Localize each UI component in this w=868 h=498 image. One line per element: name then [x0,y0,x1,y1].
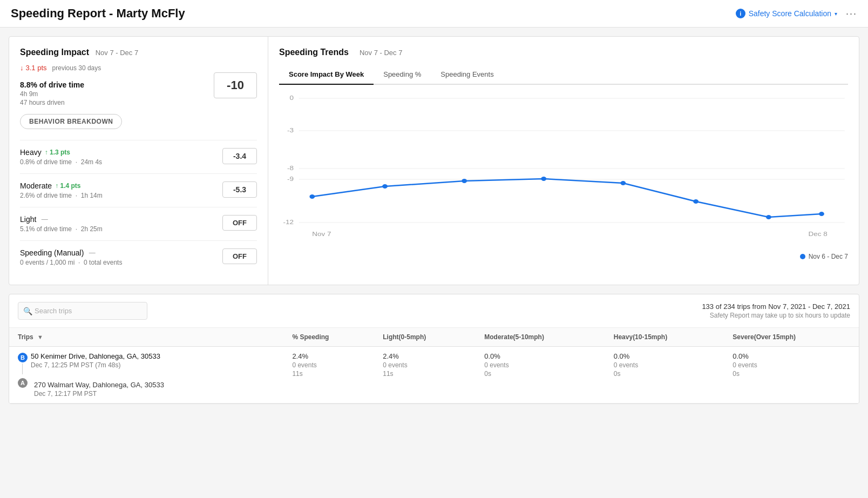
origin-dot: B [18,353,28,362]
severe-time: 0s [733,370,850,378]
safety-score-link[interactable]: i Safety Score Calculation ▾ [736,9,837,18]
legend-dot [800,254,805,259]
svg-point-18 [766,215,771,219]
search-input[interactable] [18,302,147,320]
svg-point-13 [382,184,388,189]
trend-line [312,179,822,217]
moderate-sub: 2.6% of drive time · 1h 14m [20,192,222,199]
col-heavy: Heavy(10-15mph) [605,328,724,347]
waypoint-connector [22,364,23,374]
more-options-button[interactable]: ··· [846,8,857,19]
prev-period-label: previous 30 days [52,64,101,72]
light-score-box: OFF [222,215,257,231]
trip-dest-time: Dec 7, 12:17 PM PST [34,390,164,398]
waypoint-dest: A 270 Walmart Way, Dahlonega, GA, 30533 … [18,378,275,398]
origin-info: 50 Kenimer Drive, Dahlonega, GA, 30533 D… [31,352,160,369]
heavy-score-box: -3.4 [222,148,257,164]
breakdown-item-light-left: Light — 5.1% of drive time · 2h 25m [20,215,222,233]
pct-speeding-cell: 2.4% 0 events 11s [283,347,374,403]
panel-date: Nov 7 - Dec 7 [96,49,138,57]
breakdown-light-name: Light — [20,215,222,224]
svg-point-16 [620,181,626,185]
big-score-box: -10 [214,72,257,98]
breakdown-item-heavy: Heavy ↑ 1.3 pts 0.8% of drive time · 24m… [20,140,257,173]
moderate-cell: 0.0% 0 events 0s [476,347,605,403]
heavy-events: 0 events [614,361,716,369]
severe-val: 0.0% [733,352,850,360]
table-row: B 50 Kenimer Drive, Dahlonega, GA, 30533… [9,347,859,403]
speeding-trends-panel: Speeding Trends Nov 7 - Dec 7 Score Impa… [268,37,859,285]
svg-point-17 [693,199,699,204]
score-change-block: ↓ 3.1 pts previous 30 days 8.8% of drive… [20,64,101,106]
table-header-row: Trips ▼ % Speeding Light(0-5mph) Moderat… [9,328,859,347]
score-change-value: 3.1 pts [26,64,47,72]
dest-dot: A [18,378,28,388]
arrow-down-icon: ↓ [20,64,24,72]
svg-text:-9: -9 [287,176,294,183]
breakdown-item-manual-left: Speeding (Manual) — 0 events / 1,000 mi … [20,248,222,266]
drive-time-pct: 8.8% of drive time [20,80,101,89]
hours-driven: 47 hours driven [20,99,101,106]
moderate-events: 0 events [484,361,596,369]
svg-point-12 [309,194,315,199]
waypoint-origin: B 50 Kenimer Drive, Dahlonega, GA, 30533… [18,352,275,375]
chart-legend: Nov 6 - Dec 7 [279,253,848,260]
drive-time-detail: 4h 9m [20,90,101,98]
sort-icon: ▼ [37,334,43,340]
main-panels: Speeding Impact Nov 7 - Dec 7 ↓ 3.1 pts … [9,36,859,285]
breakdown-item-heavy-left: Heavy ↑ 1.3 pts 0.8% of drive time · 24m… [20,148,222,166]
trip-cell: B 50 Kenimer Drive, Dahlonega, GA, 30533… [9,347,283,403]
light-val: 2.4% [383,352,467,360]
svg-text:-3: -3 [287,127,294,134]
trip-origin-time: Dec 7, 12:25 PM PST (7m 48s) [31,361,160,369]
line-chart: 0 -3 -8 -9 -12 Nov 7 Dec 8 [279,90,848,247]
breakdown-item-moderate: Moderate ↑ 1.4 pts 2.6% of drive time · … [20,173,257,207]
trips-table: Trips ▼ % Speeding Light(0-5mph) Moderat… [9,328,859,403]
chart-tabs: Score Impact By Week Speeding % Speeding… [279,65,848,85]
trips-section: 🔍 133 of 234 trips from Nov 7, 2021 - De… [9,294,859,404]
legend-label: Nov 6 - Dec 7 [809,253,848,260]
pct-speeding-events: 0 events [292,361,365,369]
right-panel-title: Speeding Trends [279,48,349,57]
search-input-wrap: 🔍 [18,302,147,320]
manual-pts: — [87,249,95,257]
tab-score-impact[interactable]: Score Impact By Week [279,65,374,85]
speeding-impact-panel: Speeding Impact Nov 7 - Dec 7 ↓ 3.1 pts … [9,37,268,285]
col-trips[interactable]: Trips ▼ [9,328,283,347]
breakdown-section: Heavy ↑ 1.3 pts 0.8% of drive time · 24m… [20,140,257,274]
tab-speeding-pct[interactable]: Speeding % [374,65,431,85]
chevron-down-icon: ▾ [835,11,837,17]
pct-speeding-time: 11s [292,370,365,378]
pct-speeding-val: 2.4% [292,352,365,360]
col-light: Light(0-5mph) [374,328,476,347]
svg-point-19 [819,212,824,216]
right-panel-date: Nov 7 - Dec 7 [360,49,402,57]
score-impact-row: ↓ 3.1 pts previous 30 days 8.8% of drive… [20,64,257,106]
page-title: Speeding Report - Marty McFly [11,6,185,21]
heavy-time: 0s [614,370,716,378]
heavy-val: 0.0% [614,352,716,360]
moderate-pts: ↑ 1.4 pts [55,182,80,190]
panel-header: Speeding Impact Nov 7 - Dec 7 [20,48,257,57]
svg-text:-8: -8 [287,165,294,172]
waypoint-b-dot: B [18,352,28,375]
chart-area: 0 -3 -8 -9 -12 Nov 7 Dec 8 [279,90,848,252]
trips-note: Safety Report may take up to six hours t… [702,312,850,319]
breakdown-item-moderate-left: Moderate ↑ 1.4 pts 2.6% of drive time · … [20,181,222,199]
search-icon: 🔍 [23,307,32,315]
safety-score-label: Safety Score Calculation [749,9,831,18]
heavy-pts: ↑ 1.3 pts [45,149,70,156]
breakdown-item-manual: Speeding (Manual) — 0 events / 1,000 mi … [20,240,257,274]
behavior-breakdown-button[interactable]: BEHAVIOR BREAKDOWN [20,114,122,129]
tab-speeding-events[interactable]: Speeding Events [431,65,503,85]
moderate-val: 0.0% [484,352,596,360]
trip-dest: 270 Walmart Way, Dahlonega, GA, 30533 [34,381,164,389]
svg-point-14 [462,179,467,183]
info-icon: i [736,9,745,18]
col-severe: Severe(Over 15mph) [724,328,859,347]
trip-origin: 50 Kenimer Drive, Dahlonega, GA, 30533 [31,352,160,360]
header: Speeding Report - Marty McFly i Safety S… [0,0,868,28]
manual-sub: 0 events / 1,000 mi · 0 total events [20,259,222,266]
light-events: 0 events [383,361,467,369]
panel-title: Speeding Impact [20,48,89,57]
